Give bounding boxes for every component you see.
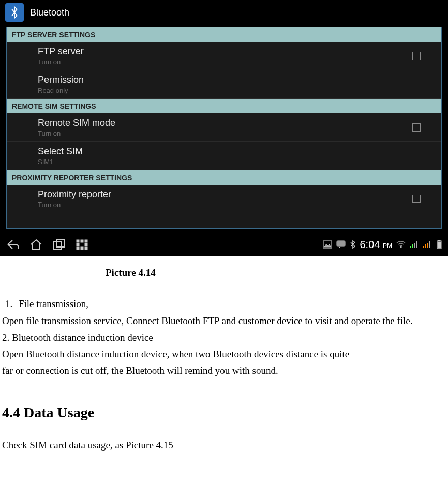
battery-icon xyxy=(437,240,442,249)
setting-label: FTP server xyxy=(38,46,412,57)
svg-rect-9 xyxy=(85,247,87,250)
list-item-1: 1. File transmission, xyxy=(5,296,446,312)
list-number-1: 1. xyxy=(5,296,19,312)
svg-rect-4 xyxy=(85,240,87,242)
signal-bars-1 xyxy=(410,241,417,248)
svg-rect-6 xyxy=(85,243,87,246)
clock-ampm: PM xyxy=(383,242,392,250)
paragraph-1: Open file transmission service, Connect … xyxy=(2,313,446,329)
navigation-bar: 6:04 PM xyxy=(0,233,448,256)
back-icon[interactable] xyxy=(6,239,20,250)
title-text: Bluetooth xyxy=(30,7,69,18)
svg-rect-15 xyxy=(438,242,441,248)
bluetooth-status-icon xyxy=(350,240,356,249)
section-heading: 4.4 Data Usage xyxy=(2,400,446,425)
setting-label: Permission xyxy=(38,75,436,85)
settings-panel: FTP SERVER SETTINGS FTP server Turn on P… xyxy=(6,27,442,229)
remote-sim-checkbox[interactable] xyxy=(412,123,421,132)
proximity-checkbox[interactable] xyxy=(412,195,421,203)
setting-label: Select SIM xyxy=(38,146,436,157)
wifi-status-icon xyxy=(396,241,406,248)
setting-row-proximity-reporter[interactable]: Proximity reporter Turn on xyxy=(7,185,441,213)
paragraph-2b: far or connection is cut off, the Blueto… xyxy=(2,362,446,379)
figure-caption: Picture 4.14 xyxy=(106,265,446,281)
sms-status-icon xyxy=(336,240,346,249)
setting-label: Remote SIM mode xyxy=(38,118,412,128)
svg-rect-5 xyxy=(77,243,79,246)
setting-sublabel: Turn on xyxy=(38,58,412,66)
setting-row-ftp-server[interactable]: FTP server Turn on xyxy=(7,42,441,70)
setting-row-select-sim[interactable]: Select SIM SIM1 xyxy=(7,142,441,170)
screenshot-icon[interactable] xyxy=(76,239,88,250)
section-header-proximity: PROXIMITY REPORTER SETTINGS xyxy=(7,170,441,185)
status-time: 6:04 PM xyxy=(360,239,393,251)
svg-rect-2 xyxy=(77,240,79,242)
ftp-server-checkbox[interactable] xyxy=(412,52,421,60)
paragraph-2a: Open Bluetooth distance induction device… xyxy=(2,346,446,362)
svg-rect-8 xyxy=(81,247,83,250)
setting-row-permission[interactable]: Permission Read only xyxy=(7,70,441,99)
clock-time: 6:04 xyxy=(360,239,380,250)
setting-sublabel: Turn on xyxy=(38,201,412,209)
paragraph-3: Check SIM card data usage, as Picture 4.… xyxy=(2,437,446,454)
svg-rect-11 xyxy=(337,241,345,246)
setting-row-remote-sim-mode[interactable]: Remote SIM mode Turn on xyxy=(7,113,441,142)
recent-apps-icon[interactable] xyxy=(53,239,65,250)
title-bar: Bluetooth xyxy=(0,0,448,25)
setting-sublabel: SIM1 xyxy=(38,158,436,166)
list-text-1: File transmission, xyxy=(19,296,88,312)
setting-sublabel: Turn on xyxy=(38,129,412,137)
svg-rect-3 xyxy=(81,240,83,242)
home-icon[interactable] xyxy=(30,239,42,250)
signal-bars-2 xyxy=(423,241,430,248)
bluetooth-icon xyxy=(5,3,24,22)
svg-rect-7 xyxy=(77,247,79,250)
setting-sublabel: Read only xyxy=(38,86,436,94)
section-header-remote-sim: REMOTE SIM SETTINGS xyxy=(7,99,441,113)
bluetooth-settings-screenshot: Bluetooth FTP SERVER SETTINGS FTP server… xyxy=(0,0,448,256)
list-item-2: 2. Bluetooth distance induction device xyxy=(2,329,446,346)
svg-point-12 xyxy=(400,246,401,248)
setting-label: Proximity reporter xyxy=(38,189,412,200)
document-content: Picture 4.14 1. File transmission, Open … xyxy=(0,265,448,470)
section-header-ftp: FTP SERVER SETTINGS xyxy=(7,27,441,42)
picture-status-icon xyxy=(323,240,332,249)
